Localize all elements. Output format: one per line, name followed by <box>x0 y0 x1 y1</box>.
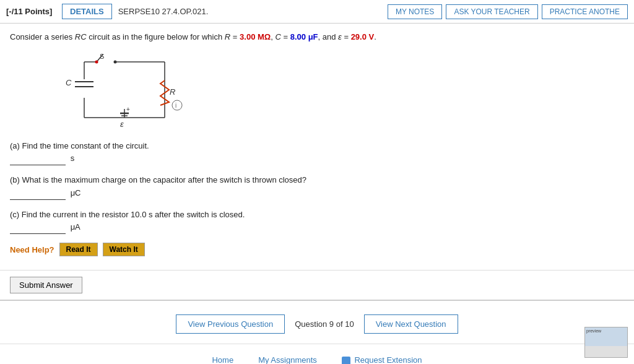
submit-answer-button[interactable]: Submit Answer <box>10 277 82 293</box>
part-c-answer: μA <box>10 221 624 234</box>
practice-another-button[interactable]: PRACTICE ANOTHE <box>542 4 628 19</box>
circuit-diagram: C R + ε S i <box>47 50 220 130</box>
svg-point-2 <box>95 60 98 63</box>
thumbnail-corner: preview <box>584 327 628 358</box>
question-part-c: (c) Find the current in the resistor 10.… <box>10 209 624 235</box>
request-extension-link[interactable]: Request Extension <box>354 355 422 364</box>
view-previous-question-button[interactable]: View Previous Question <box>176 314 285 334</box>
circuit-svg: C R + ε S i <box>47 50 183 130</box>
problem-id: SERPSE10 27.4.OP.021. <box>118 7 381 16</box>
my-assignments-link[interactable]: My Assignments <box>258 355 317 364</box>
request-extension-container: Request Extension <box>342 355 422 364</box>
unit-a: s <box>71 154 75 163</box>
navigation-footer: View Previous Question Question 9 of 10 … <box>0 301 634 344</box>
svg-point-20 <box>172 100 182 110</box>
svg-text:i: i <box>175 102 176 109</box>
view-next-question-button[interactable]: View Next Question <box>364 314 458 334</box>
question-part-a: (a) Find the time constant of the circui… <box>10 140 624 166</box>
answer-input-b[interactable] <box>10 190 66 200</box>
need-help-section: Need Help? Read It Watch It <box>10 243 624 256</box>
top-right-buttons: MY NOTES ASK YOUR TEACHER PRACTICE ANOTH… <box>388 4 628 19</box>
svg-text:+: + <box>126 106 130 113</box>
details-button[interactable]: DETAILS <box>62 4 112 19</box>
main-content: Consider a series RC circuit as in the f… <box>0 24 634 271</box>
part-b-label: (b) What is the maximum charge on the ca… <box>10 174 624 187</box>
home-link[interactable]: Home <box>212 355 233 364</box>
question-part-b: (b) What is the maximum charge on the ca… <box>10 174 624 200</box>
unit-b: μC <box>71 188 81 197</box>
bottom-links: Home My Assignments Request Extension <box>0 344 634 364</box>
svg-text:ε: ε <box>120 119 124 129</box>
answer-input-c[interactable] <box>10 224 66 234</box>
part-a-answer: s <box>10 152 624 165</box>
unit-c: μA <box>71 222 80 232</box>
part-c-label: (c) Find the current in the resistor 10.… <box>10 209 624 222</box>
question-counter: Question 9 of 10 <box>295 319 354 329</box>
extension-icon <box>342 357 350 364</box>
top-bar: [-/11 Points] DETAILS SERPSE10 27.4.OP.0… <box>0 0 634 24</box>
svg-text:C: C <box>66 78 72 87</box>
ask-teacher-button[interactable]: ASK YOUR TEACHER <box>446 4 537 19</box>
part-b-answer: μC <box>10 187 624 200</box>
my-notes-button[interactable]: MY NOTES <box>388 4 442 19</box>
svg-text:S: S <box>100 53 104 60</box>
watch-it-button[interactable]: Watch It <box>103 243 145 256</box>
points-label: [-/11 Points] <box>6 7 56 16</box>
part-a-label: (a) Find the time constant of the circui… <box>10 140 624 153</box>
submit-area: Submit Answer <box>0 271 634 301</box>
problem-statement: Consider a series RC circuit as in the f… <box>10 31 624 43</box>
read-it-button[interactable]: Read It <box>59 243 98 256</box>
answer-input-a[interactable] <box>10 155 66 165</box>
need-help-label: Need Help? <box>10 245 54 254</box>
svg-text:R: R <box>170 87 175 97</box>
